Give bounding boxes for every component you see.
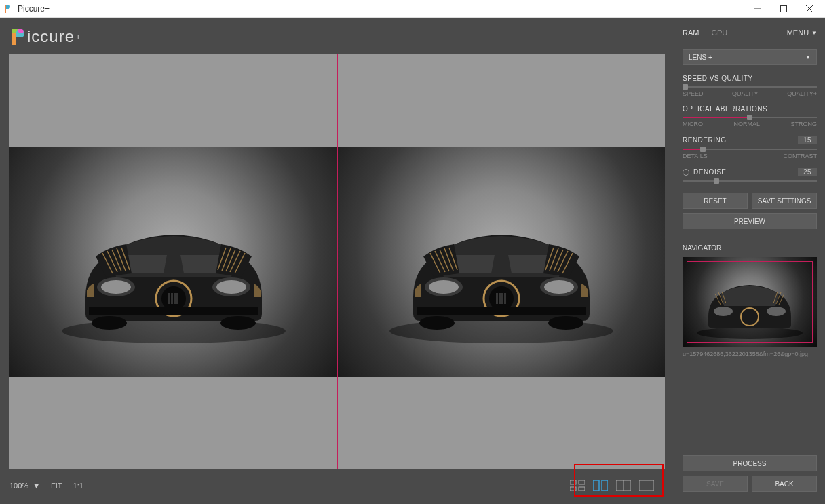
mode-dropdown[interactable]: LENS + ▼ bbox=[683, 49, 817, 65]
denoise-slider-section: DENOISE 25 bbox=[683, 168, 817, 185]
svg-point-14 bbox=[216, 280, 246, 294]
speed-quality-slider[interactable] bbox=[683, 86, 817, 88]
main-area: iccure + bbox=[0, 18, 674, 504]
image-before bbox=[9, 147, 337, 377]
chevron-down-icon: ▼ bbox=[33, 482, 40, 490]
svg-rect-57 bbox=[602, 480, 608, 491]
logo-text: iccure bbox=[27, 27, 75, 46]
svg-rect-49 bbox=[417, 307, 586, 315]
logo-plus: + bbox=[76, 33, 80, 41]
svg-rect-8 bbox=[171, 293, 173, 304]
svg-rect-34 bbox=[504, 293, 506, 304]
svg-rect-54 bbox=[570, 487, 576, 491]
gpu-toggle[interactable]: GPU bbox=[711, 28, 727, 37]
menu-button[interactable]: MENU ▼ bbox=[787, 28, 817, 37]
back-button[interactable]: BACK bbox=[752, 476, 817, 492]
app-logo: iccure + bbox=[9, 24, 665, 49]
svg-rect-56 bbox=[593, 480, 599, 491]
view-single-icon[interactable] bbox=[639, 480, 654, 491]
svg-rect-9 bbox=[174, 293, 176, 304]
filename-label: u=1579462686,3622201358&fm=26&gp=0.jpg bbox=[683, 351, 817, 357]
chevron-down-icon: ▼ bbox=[805, 54, 811, 60]
speed-quality-label: SPEED VS QUALITY bbox=[683, 75, 817, 82]
svg-rect-33 bbox=[501, 293, 503, 304]
svg-rect-52 bbox=[570, 480, 576, 484]
zoom-fit-button[interactable]: FIT bbox=[51, 482, 62, 490]
view-mode-buttons bbox=[563, 476, 661, 495]
navigator-viewport-frame[interactable] bbox=[687, 261, 813, 343]
svg-point-36 bbox=[429, 280, 459, 294]
svg-point-38 bbox=[544, 280, 574, 294]
save-button[interactable]: SAVE bbox=[683, 476, 748, 492]
svg-rect-10 bbox=[176, 293, 178, 304]
compare-divider[interactable] bbox=[337, 54, 338, 469]
close-button[interactable] bbox=[797, 0, 822, 17]
optical-aberrations-label: OPTICAL ABERRATIONS bbox=[683, 105, 817, 113]
minimize-button[interactable] bbox=[745, 0, 771, 17]
rendering-slider[interactable] bbox=[683, 149, 817, 150]
svg-rect-7 bbox=[168, 293, 170, 304]
car-illustration-left bbox=[45, 189, 303, 351]
view-split-slider-icon[interactable] bbox=[616, 480, 631, 491]
preview-canvas[interactable] bbox=[9, 54, 665, 469]
rendering-value: 15 bbox=[798, 136, 817, 144]
ram-toggle[interactable]: RAM bbox=[683, 28, 699, 37]
zoom-one-button[interactable]: 1:1 bbox=[73, 482, 83, 490]
svg-rect-1 bbox=[781, 5, 787, 12]
svg-rect-55 bbox=[579, 487, 585, 491]
svg-point-26 bbox=[92, 316, 127, 330]
navigator-thumbnail[interactable] bbox=[683, 257, 817, 347]
svg-rect-60 bbox=[639, 480, 654, 491]
view-split-vertical-icon[interactable] bbox=[593, 480, 608, 491]
process-button[interactable]: PROCESS bbox=[683, 455, 817, 471]
window-controls bbox=[745, 0, 822, 17]
zoom-value: 100% bbox=[9, 482, 28, 490]
window-titlebar: Piccure+ bbox=[0, 0, 825, 18]
dropdown-selected: LENS + bbox=[689, 54, 712, 61]
svg-point-50 bbox=[419, 316, 455, 330]
bottom-toolbar: 100% ▼ FIT 1:1 bbox=[9, 476, 665, 496]
rendering-slider-section: RENDERING 15 DETAILS CONTRAST bbox=[683, 136, 817, 159]
zoom-dropdown[interactable]: 100% ▼ bbox=[9, 482, 40, 490]
logo-icon bbox=[9, 26, 27, 47]
denoise-label: DENOISE bbox=[693, 168, 727, 176]
denoise-value: 25 bbox=[798, 168, 817, 176]
rendering-label: RENDERING bbox=[683, 136, 727, 144]
view-grid-icon[interactable] bbox=[570, 480, 585, 491]
maximize-button[interactable] bbox=[771, 0, 797, 17]
svg-point-27 bbox=[220, 316, 256, 330]
svg-rect-25 bbox=[89, 307, 258, 315]
navigator-section: NAVIGATOR bbox=[683, 244, 817, 357]
chevron-down-icon: ▼ bbox=[811, 30, 817, 36]
svg-point-51 bbox=[548, 316, 583, 330]
speed-quality-slider-section: SPEED VS QUALITY SPEED QUALITY QUALITY+ bbox=[683, 75, 817, 97]
preview-button[interactable]: PREVIEW bbox=[683, 213, 817, 229]
reset-button[interactable]: RESET bbox=[683, 193, 748, 209]
svg-rect-53 bbox=[579, 480, 585, 484]
window-title: Piccure+ bbox=[18, 4, 745, 14]
car-illustration-right bbox=[372, 189, 630, 351]
denoise-slider[interactable] bbox=[683, 180, 817, 182]
image-after bbox=[337, 147, 665, 377]
navigator-title: NAVIGATOR bbox=[683, 244, 817, 252]
app-icon bbox=[3, 3, 14, 14]
svg-point-12 bbox=[101, 280, 131, 294]
save-settings-button[interactable]: SAVE SETTINGS bbox=[752, 193, 817, 209]
svg-rect-32 bbox=[499, 293, 501, 304]
optical-aberrations-slider[interactable] bbox=[683, 117, 817, 118]
optical-aberrations-slider-section: OPTICAL ABERRATIONS MICRO NORMAL STRONG bbox=[683, 105, 817, 128]
denoise-radio[interactable] bbox=[683, 169, 689, 176]
settings-panel: RAM GPU MENU ▼ LENS + ▼ SPEED VS QUALITY… bbox=[674, 18, 825, 504]
svg-rect-31 bbox=[496, 293, 498, 304]
